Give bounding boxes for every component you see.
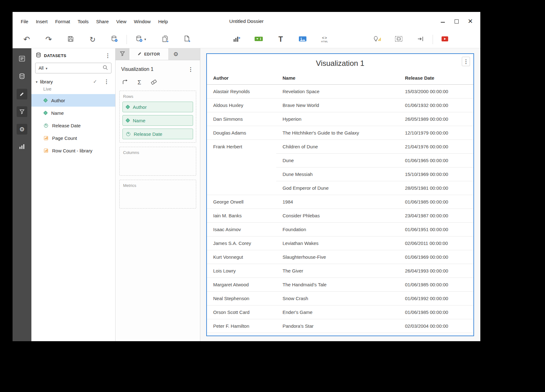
settings-panel-button[interactable] (15, 121, 29, 137)
tab-editor[interactable]: EDITOR (129, 48, 168, 60)
insert-image-button[interactable] (292, 32, 314, 47)
present-button[interactable] (434, 32, 456, 47)
table-row[interactable]: Dune01/06/1965 00:00:00 (207, 154, 473, 167)
viz-grid: AuthorNameRelease Date Alastair Reynolds… (207, 72, 473, 333)
manage-datasets-button[interactable] (104, 32, 126, 47)
layout-icon (395, 35, 403, 43)
table-cell: James S.A. Corey (207, 236, 276, 250)
editor-viz-menu-button[interactable] (187, 65, 194, 73)
insert-filter-button[interactable] (248, 32, 270, 47)
filter-funnel-icon (17, 106, 27, 117)
insert-page-button[interactable] (176, 32, 198, 47)
menu-tools[interactable]: Tools (74, 12, 92, 31)
menu-view[interactable]: View (112, 12, 130, 31)
column-header-author[interactable]: Author (207, 72, 276, 85)
table-row[interactable]: Margaret AtwoodThe Handmaid's Tale01/06/… (207, 278, 473, 292)
undo-button[interactable] (16, 32, 38, 47)
dataset-field-page-count[interactable]: Page Count (31, 132, 115, 144)
table-cell: 21/04/1976 00:00:00 (399, 140, 473, 154)
dataset-field-name[interactable]: Name (31, 107, 115, 119)
table-row[interactable]: Orson Scott CardEnder's Game01/06/1985 0… (207, 305, 473, 319)
table-row[interactable]: Alastair ReynoldsRevelation Space15/03/2… (207, 85, 473, 98)
table-row[interactable]: Frank HerbertChildren of Dune21/04/1976 … (207, 140, 473, 154)
insert-visualization-button[interactable] (226, 32, 248, 47)
tab-properties[interactable] (168, 48, 183, 60)
table-cell: 23/04/1987 00:00:00 (399, 209, 473, 223)
dataset-field-author[interactable]: Author (31, 94, 115, 107)
dataset-menu-button[interactable] (103, 77, 110, 86)
table-row[interactable]: Lois LowryThe Giver26/04/1993 00:00:00 (207, 264, 473, 278)
table-row[interactable]: James S.A. CoreyLeviathan Wakes02/06/201… (207, 236, 473, 250)
insert-chapter-button[interactable] (154, 32, 176, 47)
table-row[interactable]: Iain M. BanksConsider Phlebas23/04/1987 … (207, 209, 473, 223)
search-icon[interactable] (102, 65, 108, 72)
insights-button[interactable] (366, 32, 388, 47)
maximize-button[interactable] (451, 16, 461, 26)
field-label: Name (51, 110, 64, 116)
rows-chip-release-date[interactable]: Release Date (122, 129, 193, 139)
toolbar-separator (127, 35, 127, 44)
editor-viz-name-row: Visualization 1 (119, 65, 196, 73)
visualization-menu-button[interactable] (462, 57, 470, 66)
refresh-icon (89, 35, 95, 43)
layout-button[interactable] (388, 32, 410, 47)
menu-window[interactable]: Window (130, 12, 154, 31)
redo-button[interactable] (38, 32, 60, 47)
add-data-button[interactable] (128, 32, 154, 47)
insert-html-button[interactable]: <> HTML (314, 32, 336, 47)
menu-file[interactable]: File (17, 12, 32, 31)
dataset-field-list: AuthorNameRelease DatePage CountRow Coun… (31, 94, 115, 341)
save-icon (67, 35, 74, 43)
insert-chapter-icon (161, 35, 169, 44)
menu-share[interactable]: Share (92, 12, 112, 31)
datasets-search-box[interactable]: All (35, 63, 111, 73)
visualizations-panel-button[interactable] (15, 139, 29, 155)
visualization-container[interactable]: Visualization 1 AuthorNameRelease Date A… (206, 53, 474, 336)
datasets-filter-dropdown[interactable]: All (39, 66, 44, 71)
table-row[interactable]: Dan SimmonsHyperion26/05/1989 00:00:00 (207, 112, 473, 126)
dataset-field-release-date[interactable]: Release Date (31, 119, 115, 132)
dataset-field-row-count-library[interactable]: Row Count - library (31, 144, 115, 157)
table-cell: Peter F. Hamilton (207, 319, 276, 333)
rows-chip-author[interactable]: Author (122, 102, 193, 112)
contents-panel-button[interactable] (15, 51, 29, 67)
menu-insert[interactable]: Insert (32, 12, 51, 31)
collapse-panels-button[interactable] (410, 32, 432, 47)
rows-drop-zone[interactable]: Rows AuthorNameRelease Date (119, 91, 196, 143)
tab-filter[interactable] (116, 48, 129, 60)
menu-format[interactable]: Format (51, 12, 74, 31)
totals-button[interactable] (138, 79, 141, 85)
insert-text-button[interactable]: T (270, 32, 292, 47)
table-row[interactable]: George Orwell198401/06/1985 00:00:00 (207, 195, 473, 209)
swap-axes-button[interactable] (122, 79, 128, 86)
column-header-name[interactable]: Name (276, 72, 399, 85)
save-button[interactable] (60, 32, 82, 47)
metrics-drop-zone[interactable]: Metrics (119, 180, 196, 209)
gear-icon (173, 51, 178, 57)
refresh-button[interactable] (82, 32, 104, 47)
table-row[interactable]: God Emperor of Dune28/05/1981 00:00:00 (207, 181, 473, 195)
table-row[interactable]: Aldous HuxleyBrave New World01/06/1932 0… (207, 98, 473, 112)
sigma-icon (138, 79, 141, 85)
format-panel-button[interactable] (15, 86, 29, 102)
table-row[interactable]: Dune Messiah15/10/1969 00:00:00 (207, 167, 473, 181)
filter-panel-button[interactable] (15, 103, 29, 120)
table-row[interactable]: Neal StephensonSnow Crash01/06/1992 00:0… (207, 292, 473, 305)
table-row[interactable]: Peter F. HamiltonPandora's Star02/03/200… (207, 319, 473, 333)
dataset-row-library[interactable]: library (31, 77, 115, 87)
datasets-panel-button[interactable] (15, 68, 29, 85)
clear-button[interactable] (151, 79, 157, 86)
column-header-release-date[interactable]: Release Date (399, 72, 473, 85)
datasets-menu-button[interactable] (104, 51, 111, 60)
dataset-expand-icon[interactable] (36, 79, 38, 84)
table-row[interactable]: Douglas AdamsThe Hitchhiker's Guide to t… (207, 126, 473, 140)
columns-drop-zone[interactable]: Columns (119, 147, 196, 176)
datasets-icon (36, 52, 41, 59)
menu-help[interactable]: Help (154, 12, 172, 31)
close-button[interactable] (465, 16, 475, 26)
minimize-button[interactable] (438, 16, 448, 26)
table-row[interactable]: Kurt VonnegutSlaughterhouse-Five01/06/19… (207, 250, 473, 264)
table-cell: Revelation Space (276, 85, 399, 98)
rows-chip-name[interactable]: Name (122, 115, 193, 126)
table-row[interactable]: Isaac AsimovFoundation01/06/1951 00:00:0… (207, 223, 473, 236)
